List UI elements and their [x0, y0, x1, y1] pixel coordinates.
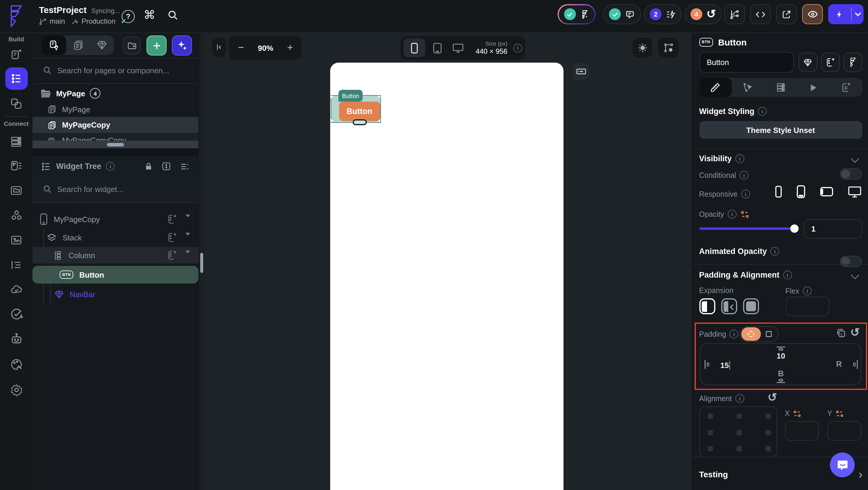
branch-name[interactable]: main	[50, 17, 65, 25]
tab-actions[interactable]	[732, 78, 764, 97]
ai-page-generator-button[interactable]	[172, 35, 192, 56]
zoom-out-button[interactable]: −	[238, 42, 244, 54]
lock-icon[interactable]	[144, 161, 153, 171]
align-x-input[interactable]	[785, 421, 818, 441]
flutterflow-docs-button[interactable]	[843, 53, 862, 72]
cloud-functions-icon[interactable]	[10, 283, 23, 296]
comments-pill[interactable]	[603, 4, 641, 24]
widget-selection-tag[interactable]: Button	[338, 90, 363, 101]
conditional-toggle[interactable]	[840, 169, 862, 180]
size-info-icon[interactable]: i	[513, 43, 522, 52]
canvas-settings-button[interactable]	[658, 38, 679, 57]
media-assets-icon[interactable]	[10, 184, 23, 197]
padding-left-value-editing[interactable]: 15	[720, 360, 731, 370]
node-options-caret[interactable]	[185, 253, 190, 264]
widget-drag-handle[interactable]	[353, 119, 367, 125]
expansion-fixed-button[interactable]	[699, 298, 715, 314]
opacity-slider-thumb[interactable]	[790, 224, 798, 233]
expand-collapse-tree-icon[interactable]	[161, 161, 171, 171]
tree-node-stack[interactable]: Stack	[32, 230, 198, 245]
padding-top-handle-icon[interactable]	[775, 346, 786, 351]
testing-icon[interactable]	[10, 308, 23, 321]
keyboard-shortcuts-button[interactable]	[573, 63, 589, 80]
testing-expand-chevron[interactable]: ›	[859, 468, 862, 480]
padding-right-handle-icon[interactable]	[852, 359, 858, 370]
padding-top-value[interactable]: 10	[700, 351, 862, 360]
info-icon[interactable]: i	[803, 286, 812, 295]
align-bottom-left[interactable]	[707, 446, 713, 451]
ai-review-pill[interactable]	[558, 4, 595, 24]
info-icon[interactable]: i	[728, 210, 737, 219]
visibility-collapse-chevron[interactable]	[851, 155, 858, 162]
padding-left-handle-icon[interactable]	[704, 359, 710, 370]
info-icon[interactable]: i	[758, 107, 767, 116]
animated-opacity-toggle[interactable]	[840, 256, 862, 267]
widgets-icon[interactable]	[10, 47, 23, 60]
pages-search[interactable]: Search for pages or componen...	[42, 66, 169, 75]
info-icon[interactable]: i	[783, 271, 792, 279]
open-preview-button[interactable]	[776, 4, 797, 24]
tree-sort-options-icon[interactable]	[180, 161, 190, 171]
add-widget-icon[interactable]	[166, 250, 177, 261]
padding-alignment-collapse-chevron[interactable]	[851, 272, 858, 278]
tab-documentation[interactable]	[830, 78, 862, 97]
node-options-caret[interactable]	[185, 217, 190, 228]
tree-node-column[interactable]: Column	[32, 247, 198, 264]
info-icon[interactable]: i	[741, 190, 750, 198]
align-top-right[interactable]	[765, 414, 771, 419]
actions-pill[interactable]: 2	[644, 4, 682, 24]
info-icon[interactable]: i	[735, 394, 744, 403]
padding-mode-all-button[interactable]	[761, 330, 776, 338]
tab-backend-query[interactable]	[764, 78, 797, 97]
add-page-button[interactable]	[147, 35, 166, 56]
flutterflow-logo[interactable]	[6, 4, 26, 28]
components-icon[interactable]	[10, 97, 23, 110]
selection-handle[interactable]	[377, 119, 380, 122]
device-tablet-button[interactable]	[429, 42, 446, 54]
zoom-level[interactable]: 90%	[258, 43, 273, 52]
theme-style-button[interactable]: Theme Style Unset	[699, 121, 862, 139]
light-mode-button[interactable]	[632, 38, 652, 57]
integrations-icon[interactable]	[10, 209, 23, 222]
opacity-value-input[interactable]	[804, 219, 862, 239]
ai-agent-icon[interactable]	[10, 333, 23, 345]
convert-to-component-button[interactable]	[798, 53, 817, 72]
run-options-chevron-icon[interactable]	[852, 12, 864, 17]
align-bottom-right[interactable]	[765, 446, 771, 451]
size-value[interactable]: 440 × 956	[476, 47, 507, 56]
opacity-slider-track[interactable]	[699, 227, 798, 230]
branch-manager-button[interactable]	[724, 4, 745, 24]
responsive-phone-large-button[interactable]	[796, 185, 806, 198]
selection-handle[interactable]	[377, 95, 380, 98]
info-icon[interactable]: i	[771, 247, 779, 256]
add-widget-button[interactable]	[821, 53, 840, 72]
responsive-phone-small-button[interactable]	[775, 185, 782, 198]
tree-node-button-selected[interactable]: BTN Button	[32, 266, 198, 283]
app-assets-icon[interactable]	[10, 233, 23, 246]
collapse-panel-button[interactable]	[212, 38, 226, 57]
theme-icon[interactable]	[10, 358, 23, 371]
database-icon[interactable]	[10, 135, 23, 148]
view-code-button[interactable]	[750, 4, 771, 24]
app-values-icon[interactable]	[10, 258, 23, 271]
add-widget-icon[interactable]	[166, 214, 177, 224]
padding-bottom-handle-icon[interactable]	[775, 379, 786, 384]
align-center[interactable]	[736, 430, 742, 435]
align-top-left[interactable]	[707, 414, 713, 419]
tab-properties[interactable]	[699, 78, 732, 97]
selection-handle[interactable]	[331, 119, 334, 122]
tree-node-page[interactable]: MyPageCopy	[32, 212, 198, 227]
tree-node-navbar[interactable]: NavBar	[32, 286, 198, 302]
tab-pages[interactable]	[66, 35, 90, 55]
info-icon[interactable]: i	[735, 154, 744, 163]
y-variable-icon[interactable]	[835, 410, 844, 417]
panel-resize-handle[interactable]	[32, 141, 198, 148]
responsive-tablet-button[interactable]	[820, 187, 833, 197]
widget-name-input[interactable]	[699, 52, 794, 73]
page-row-mypage[interactable]: MyPage	[32, 101, 198, 117]
opacity-variable-icon[interactable]	[740, 210, 750, 218]
history-pill[interactable]: 4 ↺	[685, 4, 722, 24]
add-widget-icon[interactable]	[166, 232, 177, 243]
responsive-desktop-button[interactable]	[848, 186, 862, 197]
info-icon[interactable]: i	[730, 330, 739, 338]
